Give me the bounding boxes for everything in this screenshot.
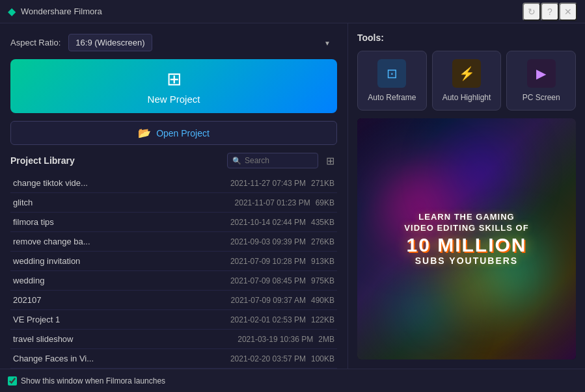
project-size: 913KB [311,257,334,266]
table-row[interactable]: 202107 2021-07-09 09:37 AM 490KB [10,291,337,310]
show-window-label[interactable]: Show this window when Filmora launches [21,376,165,385]
tool-pc-screen[interactable]: ▶ PC Screen [506,51,576,111]
tools-grid: ⊡ Auto Reframe ⚡ Auto Highlight ▶ PC Scr… [357,51,576,111]
project-name: remove change ba... [13,237,225,246]
project-size: 122KB [311,315,334,324]
project-size: 975KB [311,276,334,285]
project-size: 2MB [318,335,334,344]
project-date: 2021-07-09 09:37 AM [231,296,306,305]
project-date: 2021-03-19 10:36 PM [238,335,313,344]
launch-checkbox-wrapper: Show this window when Filmora launches [8,376,165,385]
project-date: 2021-11-27 07:43 PM [230,179,306,188]
project-size: 435KB [311,218,334,227]
table-row[interactable]: glitch 2021-11-07 01:23 PM 69KB [10,193,337,213]
table-row[interactable]: wedding 2021-07-09 08:45 PM 975KB [10,271,337,291]
pc-screen-icon: ▶ [527,59,556,88]
preview-line1: LEARN THE GAMINGVIDEO EDITING SKILLS OF [404,212,528,234]
main-content: Aspect Ratio: 16:9 (Widescreen) ⊞ New Pr… [0,23,585,369]
auto-highlight-icon: ⚡ [452,59,481,88]
project-size: 490KB [311,296,334,305]
tool-auto-reframe[interactable]: ⊡ Auto Reframe [357,51,427,111]
table-row[interactable]: travel slideshow 2021-03-19 10:36 PM 2MB [10,330,337,349]
auto-highlight-label: Auto Highlight [442,93,491,102]
table-row[interactable]: wedding invitation 2021-07-09 10:28 PM 9… [10,252,337,271]
titlebar: ◆ Wondershare Filmora ↻ ? ✕ [0,0,585,23]
project-name: wedding invitation [13,256,225,266]
preview-overlay: LEARN THE GAMINGVIDEO EDITING SKILLS OF … [391,199,541,279]
project-list: change tiktok vide... 2021-11-27 07:43 P… [10,174,337,369]
view-toggle-button[interactable]: ⊞ [323,153,337,168]
aspect-select-wrapper: 16:9 (Widescreen) [68,34,337,51]
table-row[interactable]: Change Faces in Vi... 2021-02-20 03:57 P… [10,349,337,369]
new-project-button[interactable]: ⊞ New Project [10,59,337,113]
project-name: VE Project 1 [13,315,225,324]
library-header: Project Library ⊞ [10,153,337,168]
project-size: 100KB [311,354,334,363]
refresh-button[interactable]: ↻ [523,3,541,21]
project-library: Project Library ⊞ change tiktok vide... … [10,153,337,369]
project-date: 2021-09-03 09:39 PM [230,237,306,246]
project-date: 2021-07-09 10:28 PM [230,257,306,266]
help-button[interactable]: ? [541,3,559,21]
table-row[interactable]: VE Project 1 2021-02-01 02:53 PM 122KB [10,310,337,330]
bg-blob-5 [401,290,446,335]
table-row[interactable]: filmora tips 2021-10-14 02:44 PM 435KB [10,213,337,232]
tool-auto-highlight[interactable]: ⚡ Auto Highlight [432,51,502,111]
search-input[interactable] [227,153,318,168]
project-date: 2021-02-20 03:57 PM [230,354,306,363]
aspect-select[interactable]: 16:9 (Widescreen) [68,34,152,51]
table-row[interactable]: remove change ba... 2021-09-03 09:39 PM … [10,232,337,252]
close-button[interactable]: ✕ [559,3,577,21]
project-date: 2021-11-07 01:23 PM [235,198,310,207]
bg-blob-4 [452,142,510,201]
project-size: 276KB [311,237,334,246]
auto-reframe-icon: ⊡ [377,59,406,88]
open-project-button[interactable]: 📂 Open Project [10,121,337,145]
auto-reframe-label: Auto Reframe [368,93,416,102]
project-name: wedding [13,276,225,285]
project-name: Change Faces in Vi... [13,354,225,363]
library-controls: ⊞ [227,153,337,168]
preview-area: LEARN THE GAMINGVIDEO EDITING SKILLS OF … [357,118,576,359]
pc-screen-label: PC Screen [523,93,560,102]
folder-icon: 📂 [138,127,151,139]
bottom-bar: Show this window when Filmora launches [0,369,585,392]
aspect-label: Aspect Ratio: [10,38,61,47]
table-row[interactable]: change tiktok vide... 2021-11-27 07:43 P… [10,174,337,193]
project-name: change tiktok vide... [13,178,225,188]
app-title: Wondershare Filmora [21,7,523,16]
left-panel: Aspect Ratio: 16:9 (Widescreen) ⊞ New Pr… [0,23,348,369]
right-panel: Tools: ⊡ Auto Reframe ⚡ Auto Highlight ▶… [348,23,585,369]
show-window-checkbox[interactable] [8,376,17,385]
library-title: Project Library [10,155,75,166]
project-name: travel slideshow [13,334,232,344]
new-project-icon: ⊞ [167,68,182,90]
search-wrapper [227,153,318,168]
project-name: 202107 [13,295,226,305]
new-project-label: New Project [148,94,200,105]
project-size: 69KB [316,198,334,207]
project-date: 2021-10-14 02:44 PM [230,218,306,227]
app-icon: ◆ [8,5,16,18]
preview-line2: 10 MILLION [404,234,528,255]
project-size: 271KB [311,179,334,188]
project-name: glitch [13,198,230,207]
tools-label: Tools: [357,33,576,43]
aspect-ratio-row: Aspect Ratio: 16:9 (Widescreen) [10,34,337,51]
preview-line3: SUBS YOUTUBERS [404,255,528,266]
project-name: filmora tips [13,217,225,227]
project-date: 2021-02-01 02:53 PM [230,315,306,324]
project-date: 2021-07-09 08:45 PM [230,276,306,285]
open-project-label: Open Project [156,128,210,138]
